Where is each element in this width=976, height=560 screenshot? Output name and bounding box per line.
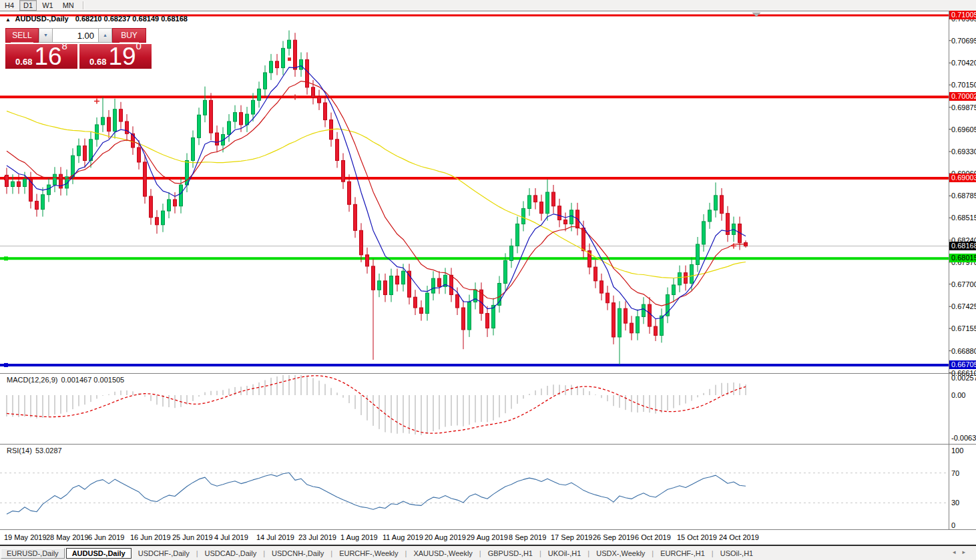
candle [204, 100, 207, 115]
volume-input[interactable] [53, 29, 98, 42]
chart-title: ▲ AUDUSD-,Daily 0.68210 0.68237 0.68149 … [5, 15, 188, 23]
timeframe-button-mn[interactable]: MN [59, 0, 78, 11]
price-tick-label: 0.69875 [951, 103, 976, 111]
date-label: 16 Jun 2019 [130, 533, 171, 541]
chart-tab-bar: EURUSD-,DailyAUDUSD-,DailyUSDCHF-,Daily|… [0, 545, 976, 560]
chart-tab-xauusd-weekly[interactable]: XAUUSD-,Weekly [408, 549, 477, 558]
chart-tab-usdchf-daily[interactable]: USDCHF-,Daily [133, 549, 195, 558]
candle [552, 192, 555, 206]
candle [570, 210, 573, 224]
candle [534, 196, 537, 202]
price-level-badge: 0.66705 [949, 360, 976, 369]
chart-tab-usdx-weekly[interactable]: USDX-,Weekly [591, 549, 650, 558]
candle [438, 278, 441, 286]
candle [708, 210, 712, 222]
price-level-badge: 0.70002 [949, 92, 976, 101]
candle [654, 326, 658, 335]
price-tick-label: 0.70420 [951, 59, 976, 67]
price-axis: 0.709650.706950.704200.701500.698750.696… [949, 11, 976, 545]
chart-tab-usoil-h1[interactable]: USOil-,H1 [715, 549, 759, 558]
macd-signal-line [7, 376, 746, 433]
price-tick-label: 0.66880 [951, 347, 976, 355]
date-label: 26 Sep 2019 [593, 533, 634, 541]
candle [348, 182, 351, 204]
date-axis: 19 May 201928 May 20196 Jun 201916 Jun 2… [0, 530, 976, 545]
fast-ma [7, 66, 746, 319]
candle [264, 73, 267, 89]
candle [384, 281, 387, 295]
candle [192, 137, 195, 160]
candle [462, 308, 465, 330]
chart-tab-eurchf-h1[interactable]: EURCHF-,H1 [655, 549, 710, 558]
candle [636, 316, 640, 332]
price-tick-label: 0.67155 [951, 324, 976, 332]
collapse-triangle-icon[interactable]: ▲ [5, 17, 11, 23]
tab-divider: | [330, 549, 332, 557]
candle [324, 103, 327, 120]
candle [276, 61, 279, 68]
candle [210, 100, 213, 133]
macd-indicator-label: MACD(12,26,9)0.001467 0.001505 [7, 376, 124, 384]
candle [23, 180, 27, 187]
candle [89, 139, 93, 161]
date-label: 19 May 2019 [4, 533, 47, 541]
candle [432, 278, 435, 293]
volume-increase-button[interactable]: ▲ [98, 28, 112, 43]
candle [372, 266, 375, 290]
tab-scroll-arrows[interactable]: ◂▸ [953, 549, 972, 555]
price-tick-label: 0.70150 [951, 81, 976, 89]
candle [270, 61, 273, 73]
candle [366, 255, 369, 266]
date-label: 6 Jun 2019 [88, 533, 124, 541]
candle [678, 273, 682, 285]
candle [402, 271, 405, 284]
sell-price-display[interactable]: 0.68168 [5, 44, 77, 69]
candle [162, 211, 165, 225]
candle [234, 113, 237, 121]
date-label: 4 Jul 2019 [214, 533, 248, 541]
candle [492, 305, 495, 328]
mid-ma [7, 81, 746, 306]
timeframe-button-w1[interactable]: W1 [38, 0, 57, 11]
candle [156, 218, 159, 225]
rsi-indicator-label: RSI(14)53.0287 [7, 447, 62, 455]
chart-tab-audusd-daily[interactable]: AUDUSD-,Daily [66, 548, 132, 559]
chart-tab-eurusd-daily[interactable]: EURUSD-,Daily [1, 548, 65, 559]
chart-tab-eurchf-weekly[interactable]: EURCHF-,Weekly [334, 549, 403, 558]
chart-tab-usdcnh-daily[interactable]: USDCNH-,Daily [266, 549, 329, 558]
candle [456, 295, 459, 308]
volume-decrease-button[interactable]: ▼ [39, 28, 53, 43]
candle [318, 97, 321, 103]
candle [113, 109, 117, 131]
chart-tab-gbpusd-h1[interactable]: GBPUSD-,H1 [483, 549, 538, 558]
buy-price-display[interactable]: 0.68190 [79, 44, 152, 69]
rsi-tick-label: 100 [951, 447, 963, 455]
candle [186, 160, 189, 185]
chart-title-ohlc: 0.68210 0.68237 0.68149 0.68168 [75, 15, 188, 23]
candle [714, 196, 718, 210]
trade-marker [288, 57, 291, 61]
sell-button[interactable]: SELL [5, 28, 39, 43]
candle [198, 115, 201, 137]
candle [540, 202, 543, 214]
rsi-tick-label: 30 [951, 499, 959, 507]
candle [240, 113, 243, 125]
candle [252, 100, 255, 114]
candle [360, 230, 363, 255]
candle [47, 185, 51, 195]
price-tick-label: 0.67700 [951, 280, 976, 288]
buy-price-base: 0.68 [89, 57, 106, 67]
candle [396, 276, 399, 284]
candle [600, 281, 603, 293]
candle [594, 267, 597, 281]
date-label: 15 Oct 2019 [677, 533, 717, 541]
candle [228, 121, 231, 134]
candle [180, 185, 183, 206]
candle [690, 264, 694, 283]
chart-tab-ukoil-h1[interactable]: UKOil-,H1 [543, 549, 587, 558]
timeframe-button-d1[interactable]: D1 [19, 0, 37, 11]
date-label: 29 Aug 2019 [467, 533, 508, 541]
chart-tab-usdcad-daily[interactable]: USDCAD-,Daily [200, 549, 262, 558]
timeframe-button-h4[interactable]: H4 [1, 0, 18, 11]
tab-divider: | [263, 549, 265, 557]
